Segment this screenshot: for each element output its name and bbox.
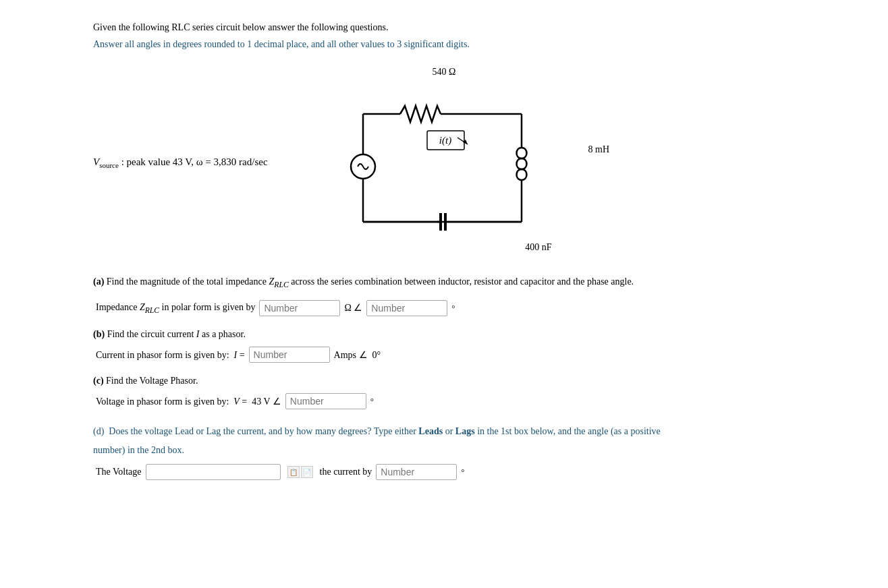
- question-d-text: (d) Does the voltage Lead or Lag the cur…: [93, 424, 808, 439]
- impedance-input-row: Impedance ZRLC in polar form is given by…: [96, 300, 808, 316]
- paste-icon-2: 📄: [301, 466, 313, 478]
- question-c: (c) Find the Voltage Phasor. Voltage in …: [93, 374, 808, 409]
- page-container: Given the following RLC series circuit b…: [39, 0, 849, 514]
- question-b: (b) Find the circuit current I as a phas…: [93, 327, 808, 363]
- current-input-row: Current in phasor form is given by: I = …: [96, 347, 808, 363]
- voltage-input-row: Voltage in phasor form is given by: V = …: [96, 393, 808, 409]
- impedance-angle-input[interactable]: [366, 300, 447, 316]
- intro-line2: Answer all angles in degrees rounded to …: [93, 37, 808, 51]
- svg-text:i(t): i(t): [439, 135, 451, 146]
- inductor-label: 8 mH: [588, 142, 610, 156]
- question-b-text: (b) Find the circuit current I as a phas…: [93, 327, 808, 341]
- circuit-diagram: 540 Ω: [323, 65, 565, 260]
- the-voltage-label: The Voltage: [96, 465, 142, 479]
- question-a-text: (a) Find the magnitude of the total impe…: [93, 274, 808, 291]
- circuit-svg: i(t): [323, 80, 565, 256]
- question-d-text2: number) in the 2nd box.: [93, 443, 808, 458]
- voltage-angle-input[interactable]: [285, 393, 366, 409]
- vsource-label: Vsource : peak value 43 V, ω = 3,830 rad…: [93, 154, 309, 171]
- question-a: (a) Find the magnitude of the total impe…: [93, 274, 808, 317]
- question-c-text: (c) Find the Voltage Phasor.: [93, 374, 808, 388]
- the-current-by-label: the current by: [320, 465, 372, 479]
- resistor-label: 540 Ω: [323, 65, 565, 79]
- leads-label: Leads: [418, 426, 443, 436]
- lead-lag-input-row: The Voltage 📋 📄 the current by °: [96, 464, 808, 480]
- question-d: (d) Does the voltage Lead or Lag the cur…: [93, 424, 808, 480]
- lead-lag-input[interactable]: [146, 464, 281, 480]
- angle-amount-input[interactable]: [376, 464, 457, 480]
- paste-icons: 📋 📄: [287, 466, 313, 478]
- intro-line1: Given the following RLC series circuit b…: [93, 20, 808, 34]
- current-magnitude-input[interactable]: [249, 347, 330, 363]
- lags-label: Lags: [455, 426, 475, 436]
- paste-icon-1: 📋: [287, 466, 300, 478]
- impedance-magnitude-input[interactable]: [259, 300, 340, 316]
